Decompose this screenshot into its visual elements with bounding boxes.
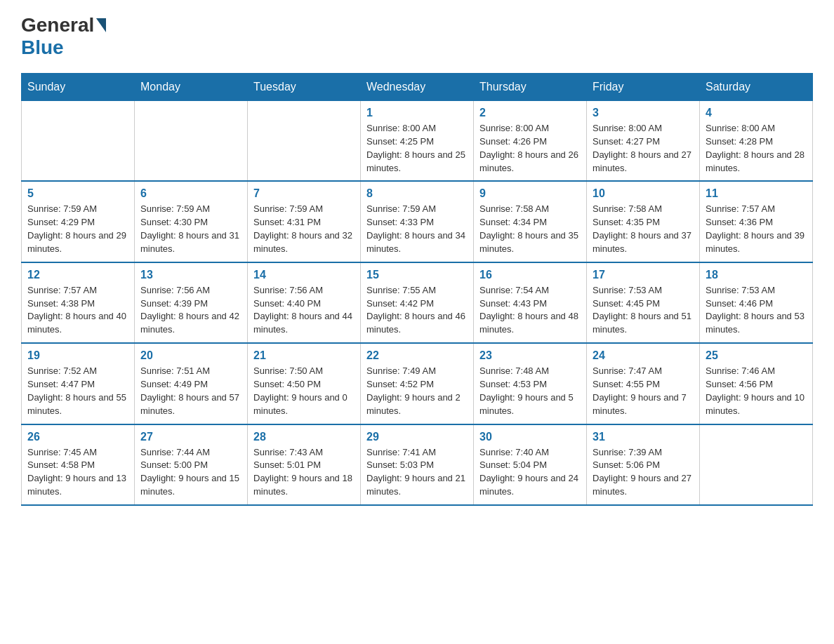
calendar-week-5: 26 Sunrise: 7:45 AMSunset: 4:58 PMDaylig… (22, 424, 813, 505)
day-number: 30 (479, 431, 581, 443)
calendar-cell: 9 Sunrise: 7:58 AMSunset: 4:34 PMDayligh… (474, 181, 587, 262)
calendar-cell: 17 Sunrise: 7:53 AMSunset: 4:45 PMDaylig… (587, 262, 700, 343)
day-info: Sunrise: 7:41 AMSunset: 5:03 PMDaylight:… (366, 447, 465, 497)
day-number: 19 (27, 349, 128, 362)
day-info: Sunrise: 7:54 AMSunset: 4:43 PMDaylight:… (479, 285, 578, 335)
header-monday: Monday (135, 74, 248, 101)
day-info: Sunrise: 7:53 AMSunset: 4:45 PMDaylight:… (593, 285, 691, 335)
calendar-cell: 13 Sunrise: 7:56 AMSunset: 4:39 PMDaylig… (135, 262, 248, 343)
calendar-week-2: 5 Sunrise: 7:59 AMSunset: 4:29 PMDayligh… (22, 181, 813, 262)
calendar-cell: 10 Sunrise: 7:58 AMSunset: 4:35 PMDaylig… (587, 181, 700, 262)
day-info: Sunrise: 7:55 AMSunset: 4:42 PMDaylight:… (366, 285, 465, 335)
day-info: Sunrise: 7:40 AMSunset: 5:04 PMDaylight:… (479, 447, 578, 497)
day-number: 10 (593, 187, 694, 200)
day-number: 31 (593, 431, 694, 443)
calendar-cell (700, 424, 813, 505)
day-info: Sunrise: 7:57 AMSunset: 4:36 PMDaylight:… (706, 203, 805, 254)
calendar-cell: 27 Sunrise: 7:44 AMSunset: 5:00 PMDaylig… (135, 424, 248, 505)
calendar-cell: 18 Sunrise: 7:53 AMSunset: 4:46 PMDaylig… (700, 262, 813, 343)
day-info: Sunrise: 7:51 AMSunset: 4:49 PMDaylight:… (140, 365, 239, 416)
calendar-cell: 4 Sunrise: 8:00 AMSunset: 4:28 PMDayligh… (700, 101, 813, 182)
day-number: 26 (27, 431, 128, 443)
header-friday: Friday (587, 74, 700, 101)
day-info: Sunrise: 8:00 AMSunset: 4:28 PMDaylight:… (706, 123, 805, 173)
day-info: Sunrise: 8:00 AMSunset: 4:27 PMDaylight:… (593, 123, 691, 173)
day-number: 16 (479, 269, 581, 281)
calendar-cell: 2 Sunrise: 8:00 AMSunset: 4:26 PMDayligh… (474, 101, 587, 182)
calendar-week-3: 12 Sunrise: 7:57 AMSunset: 4:38 PMDaylig… (22, 262, 813, 343)
day-info: Sunrise: 8:00 AMSunset: 4:25 PMDaylight:… (366, 123, 465, 173)
calendar-cell: 28 Sunrise: 7:43 AMSunset: 5:01 PMDaylig… (248, 424, 361, 505)
day-info: Sunrise: 7:43 AMSunset: 5:01 PMDaylight:… (253, 447, 352, 497)
calendar-cell: 15 Sunrise: 7:55 AMSunset: 4:42 PMDaylig… (361, 262, 474, 343)
calendar-cell (248, 101, 361, 182)
day-number: 3 (593, 107, 694, 119)
day-info: Sunrise: 7:59 AMSunset: 4:30 PMDaylight:… (140, 203, 239, 254)
calendar-cell: 25 Sunrise: 7:46 AMSunset: 4:56 PMDaylig… (700, 343, 813, 424)
day-info: Sunrise: 7:58 AMSunset: 4:34 PMDaylight:… (479, 203, 578, 254)
day-info: Sunrise: 8:00 AMSunset: 4:26 PMDaylight:… (479, 123, 578, 173)
day-number: 22 (366, 349, 468, 362)
day-info: Sunrise: 7:59 AMSunset: 4:33 PMDaylight:… (366, 203, 465, 254)
calendar-cell: 26 Sunrise: 7:45 AMSunset: 4:58 PMDaylig… (22, 424, 135, 505)
day-info: Sunrise: 7:50 AMSunset: 4:50 PMDaylight:… (253, 365, 348, 416)
day-number: 14 (253, 269, 355, 281)
header-sunday: Sunday (22, 74, 135, 101)
calendar-cell: 8 Sunrise: 7:59 AMSunset: 4:33 PMDayligh… (361, 181, 474, 262)
calendar-cell: 21 Sunrise: 7:50 AMSunset: 4:50 PMDaylig… (248, 343, 361, 424)
calendar-cell: 20 Sunrise: 7:51 AMSunset: 4:49 PMDaylig… (135, 343, 248, 424)
calendar-cell: 12 Sunrise: 7:57 AMSunset: 4:38 PMDaylig… (22, 262, 135, 343)
calendar-cell: 31 Sunrise: 7:39 AMSunset: 5:06 PMDaylig… (587, 424, 700, 505)
calendar-header-row: SundayMondayTuesdayWednesdayThursdayFrid… (22, 74, 813, 101)
calendar-cell: 24 Sunrise: 7:47 AMSunset: 4:55 PMDaylig… (587, 343, 700, 424)
day-info: Sunrise: 7:58 AMSunset: 4:35 PMDaylight:… (593, 203, 691, 254)
day-number: 27 (140, 431, 241, 443)
calendar-cell (135, 101, 248, 182)
day-number: 11 (706, 187, 807, 200)
day-number: 4 (706, 107, 807, 119)
day-info: Sunrise: 7:49 AMSunset: 4:52 PMDaylight:… (366, 365, 461, 416)
day-number: 17 (593, 269, 694, 281)
day-number: 13 (140, 269, 241, 281)
calendar-cell: 23 Sunrise: 7:48 AMSunset: 4:53 PMDaylig… (474, 343, 587, 424)
header-wednesday: Wednesday (361, 74, 474, 101)
day-info: Sunrise: 7:46 AMSunset: 4:56 PMDaylight:… (706, 365, 805, 416)
calendar-cell: 30 Sunrise: 7:40 AMSunset: 5:04 PMDaylig… (474, 424, 587, 505)
calendar-cell: 16 Sunrise: 7:54 AMSunset: 4:43 PMDaylig… (474, 262, 587, 343)
day-info: Sunrise: 7:39 AMSunset: 5:06 PMDaylight:… (593, 447, 691, 497)
logo: General Blue (21, 14, 106, 59)
calendar-cell: 1 Sunrise: 8:00 AMSunset: 4:25 PMDayligh… (361, 101, 474, 182)
calendar-week-1: 1 Sunrise: 8:00 AMSunset: 4:25 PMDayligh… (22, 101, 813, 182)
day-info: Sunrise: 7:47 AMSunset: 4:55 PMDaylight:… (593, 365, 687, 416)
day-number: 28 (253, 431, 355, 443)
day-number: 18 (706, 269, 807, 281)
day-number: 25 (706, 349, 807, 362)
day-info: Sunrise: 7:59 AMSunset: 4:31 PMDaylight:… (253, 203, 352, 254)
day-number: 9 (479, 187, 581, 200)
calendar-cell: 22 Sunrise: 7:49 AMSunset: 4:52 PMDaylig… (361, 343, 474, 424)
page-header: General Blue (21, 14, 813, 59)
day-info: Sunrise: 7:45 AMSunset: 4:58 PMDaylight:… (27, 447, 126, 497)
day-number: 1 (366, 107, 468, 119)
day-number: 6 (140, 187, 241, 200)
day-info: Sunrise: 7:57 AMSunset: 4:38 PMDaylight:… (27, 285, 126, 335)
day-info: Sunrise: 7:56 AMSunset: 4:40 PMDaylight:… (253, 285, 352, 335)
day-number: 20 (140, 349, 241, 362)
calendar-week-4: 19 Sunrise: 7:52 AMSunset: 4:47 PMDaylig… (22, 343, 813, 424)
calendar-cell: 7 Sunrise: 7:59 AMSunset: 4:31 PMDayligh… (248, 181, 361, 262)
day-number: 23 (479, 349, 581, 362)
day-number: 5 (27, 187, 128, 200)
calendar-cell: 5 Sunrise: 7:59 AMSunset: 4:29 PMDayligh… (22, 181, 135, 262)
day-info: Sunrise: 7:59 AMSunset: 4:29 PMDaylight:… (27, 203, 126, 254)
header-saturday: Saturday (700, 74, 813, 101)
calendar-cell: 19 Sunrise: 7:52 AMSunset: 4:47 PMDaylig… (22, 343, 135, 424)
day-number: 21 (253, 349, 355, 362)
day-info: Sunrise: 7:53 AMSunset: 4:46 PMDaylight:… (706, 285, 805, 335)
day-number: 29 (366, 431, 468, 443)
day-info: Sunrise: 7:44 AMSunset: 5:00 PMDaylight:… (140, 447, 239, 497)
calendar-cell: 6 Sunrise: 7:59 AMSunset: 4:30 PMDayligh… (135, 181, 248, 262)
day-number: 15 (366, 269, 468, 281)
calendar-cell (22, 101, 135, 182)
day-number: 24 (593, 349, 694, 362)
day-number: 7 (253, 187, 355, 200)
